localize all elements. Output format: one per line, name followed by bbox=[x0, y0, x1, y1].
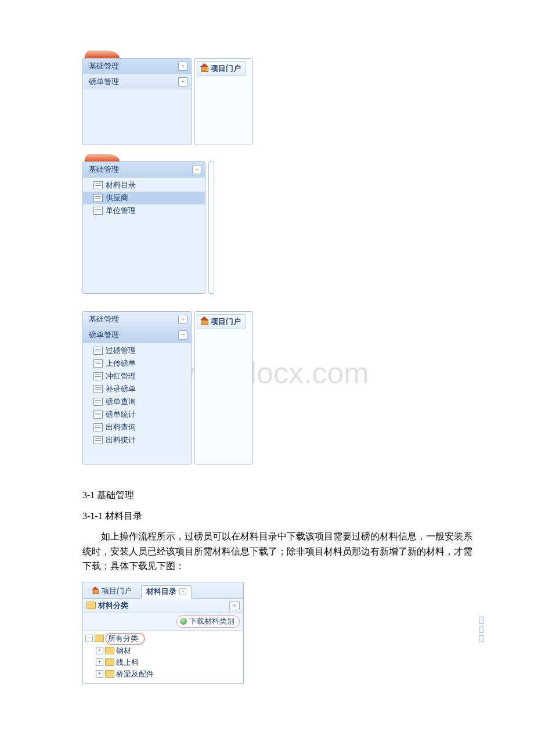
expand-icon[interactable]: + bbox=[96, 670, 103, 678]
ribbon-tab-notch bbox=[85, 51, 120, 58]
tree-root-all[interactable]: − 所有分类 bbox=[85, 632, 241, 645]
panel-title: 材料分类 bbox=[98, 600, 128, 611]
button-label: 下载材料类别 bbox=[189, 617, 234, 627]
tab-project-portal[interactable]: 项目门户 bbox=[86, 585, 136, 598]
tree-node-line-material[interactable]: + 线上料 bbox=[85, 657, 241, 668]
nav-item-label: 冲红管理 bbox=[106, 371, 136, 381]
nav-section-weigh[interactable]: 磅单管理 + bbox=[83, 74, 191, 89]
tree-node-label: 所有分类 bbox=[106, 633, 145, 645]
doc-icon bbox=[93, 411, 103, 419]
tab-material-catalog[interactable]: 材料目录 × bbox=[141, 585, 192, 599]
collapse-icon[interactable]: « bbox=[229, 601, 240, 610]
doc-icon bbox=[93, 194, 103, 202]
nav-item-append-ticket[interactable]: 补录磅单 bbox=[83, 383, 191, 395]
collapse-icon[interactable]: − bbox=[85, 635, 93, 642]
expand-icon[interactable]: + bbox=[178, 315, 187, 324]
nav-items: 材料目录 供应商 单位管理 bbox=[83, 178, 205, 218]
doc-icon bbox=[93, 436, 103, 444]
nav-item-label: 上传磅单 bbox=[106, 358, 136, 369]
collapse-icon[interactable]: − bbox=[192, 165, 201, 174]
nav-item-label: 出料查询 bbox=[106, 422, 136, 433]
panel-header: 材料分类 « bbox=[83, 599, 243, 613]
close-icon[interactable]: × bbox=[179, 588, 186, 595]
doc-icon bbox=[93, 385, 103, 393]
nav-section-basic[interactable]: 基础管理 − bbox=[83, 162, 205, 178]
nav-section-label: 基础管理 bbox=[89, 61, 119, 71]
doc-icon bbox=[93, 372, 103, 380]
content-pane: 项目门户 bbox=[194, 58, 252, 145]
folder-icon bbox=[105, 647, 114, 654]
nav-item-ticket-stats[interactable]: 磅单统计 bbox=[83, 408, 191, 421]
tree-node-label: 线上料 bbox=[116, 657, 139, 668]
home-icon bbox=[92, 588, 99, 594]
nav-item-supplier[interactable]: 供应商 bbox=[83, 192, 205, 204]
heading-3-1-1: 3-1-1 材料目录 bbox=[82, 509, 476, 524]
nav-item-weighing[interactable]: 过磅管理 bbox=[83, 344, 191, 357]
nav-panel: 基础管理 + 磅单管理 + bbox=[82, 58, 192, 145]
collapse-icon[interactable]: − bbox=[178, 330, 187, 340]
home-icon bbox=[200, 318, 208, 325]
nav-section-label: 磅单管理 bbox=[89, 77, 119, 87]
download-category-button[interactable]: 下载材料类别 bbox=[176, 615, 240, 628]
ribbon-tab-notch bbox=[85, 154, 120, 161]
nav-section-basic[interactable]: 基础管理 + bbox=[83, 59, 191, 74]
tree-node-label: 桥梁及配件 bbox=[116, 669, 154, 679]
tree-node-bridge-parts[interactable]: + 桥梁及配件 bbox=[85, 668, 241, 680]
nav-item-label: 磅单查询 bbox=[106, 397, 136, 407]
nav-panel: 基础管理 − 材料目录 供应商 单位管理 bbox=[82, 161, 205, 294]
nav-section-label: 基础管理 bbox=[89, 164, 119, 175]
doc-icon bbox=[93, 423, 103, 431]
nav-item-upload-ticket[interactable]: 上传磅单 bbox=[83, 357, 191, 370]
expand-icon[interactable]: + bbox=[96, 658, 103, 666]
tab-bar: 项目门户 材料目录 × bbox=[83, 582, 243, 599]
folder-icon bbox=[105, 670, 114, 678]
tree-node-steel[interactable]: + 钢材 bbox=[85, 645, 241, 657]
folder-icon bbox=[105, 658, 114, 666]
nav-section-label: 基础管理 bbox=[89, 314, 119, 325]
tree-node-label: 钢材 bbox=[116, 646, 131, 656]
nav-item-label: 出料统计 bbox=[106, 435, 136, 445]
doc-icon bbox=[93, 181, 103, 189]
nav-item-label: 过磅管理 bbox=[106, 345, 136, 356]
button-label: 项目门户 bbox=[211, 316, 241, 327]
nav-section-weigh[interactable]: 磅单管理 − bbox=[83, 327, 191, 343]
folder-icon bbox=[95, 635, 104, 642]
nav-item-red-reverse[interactable]: 冲红管理 bbox=[83, 370, 191, 383]
doc-icon bbox=[93, 207, 103, 215]
project-portal-button[interactable]: 项目门户 bbox=[197, 314, 246, 329]
nav-item-out-stats[interactable]: 出料统计 bbox=[83, 434, 191, 447]
toolbar-row: 下载材料类别 bbox=[83, 613, 243, 631]
nav-item-material-catalog[interactable]: 材料目录 bbox=[83, 179, 205, 192]
category-tree: − 所有分类 + 钢材 + 线上料 + 桥梁及配件 bbox=[83, 631, 243, 683]
nav-item-ticket-query[interactable]: 磅单查询 bbox=[83, 395, 191, 408]
nav-item-label: 供应商 bbox=[106, 193, 128, 203]
side-handle bbox=[479, 617, 483, 645]
nav-panel: 基础管理 + 磅单管理 − 过磅管理 上传磅单 冲红管理 补录磅单 磅单查询 磅… bbox=[82, 311, 192, 465]
expand-icon[interactable]: + bbox=[96, 647, 103, 654]
doc-icon bbox=[93, 398, 103, 406]
download-icon bbox=[180, 618, 187, 625]
tab-label: 材料目录 bbox=[146, 587, 176, 597]
project-portal-button[interactable]: 项目门户 bbox=[197, 61, 246, 76]
content-pane bbox=[208, 161, 214, 294]
heading-3-1: 3-1 基础管理 bbox=[82, 488, 476, 503]
nav-item-label: 补录磅单 bbox=[106, 384, 136, 394]
nav-section-basic[interactable]: 基础管理 + bbox=[83, 312, 191, 327]
nav-item-label: 材料目录 bbox=[106, 180, 136, 190]
home-icon bbox=[200, 65, 208, 72]
nav-items: 过磅管理 上传磅单 冲红管理 补录磅单 磅单查询 磅单统计 出料查询 出料统计 bbox=[83, 343, 191, 448]
expand-icon[interactable]: + bbox=[178, 62, 187, 71]
content-pane: 项目门户 bbox=[194, 311, 252, 465]
nav-section-label: 磅单管理 bbox=[89, 330, 119, 340]
folder-icon bbox=[86, 602, 96, 609]
nav-item-label: 磅单统计 bbox=[106, 409, 136, 420]
nav-item-label: 单位管理 bbox=[106, 206, 136, 216]
doc-icon bbox=[93, 347, 103, 355]
tab-label: 项目门户 bbox=[102, 586, 132, 596]
nav-item-unit-manage[interactable]: 单位管理 bbox=[83, 204, 205, 217]
nav-item-out-query[interactable]: 出料查询 bbox=[83, 421, 191, 434]
expand-icon[interactable]: + bbox=[178, 77, 187, 87]
doc-icon bbox=[93, 359, 103, 368]
paragraph: 如上操作流程所示，过磅员可以在材料目录中下载该项目需要过磅的材料信息，一般安装系… bbox=[82, 529, 476, 574]
button-label: 项目门户 bbox=[211, 63, 241, 74]
